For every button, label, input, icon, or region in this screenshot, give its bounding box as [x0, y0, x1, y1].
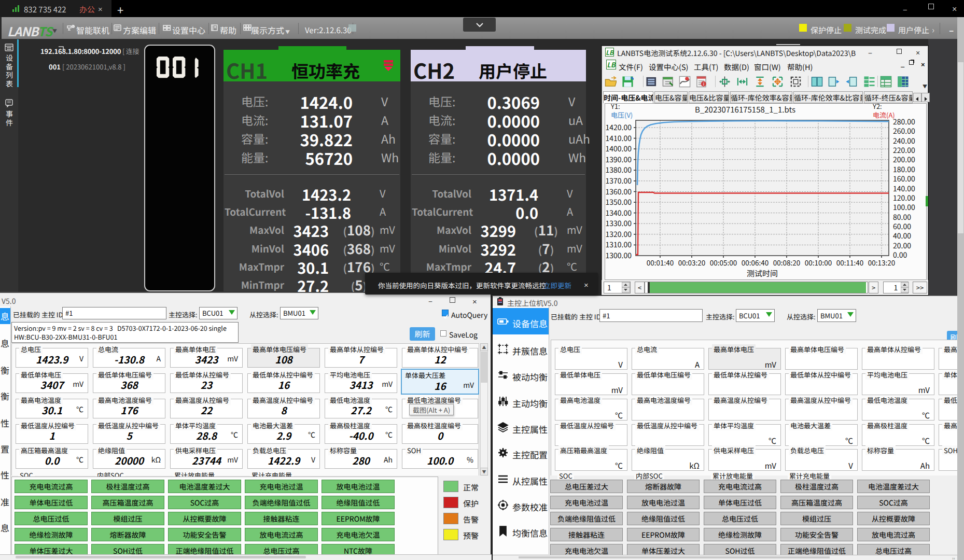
svg-text:1330.00: 1330.00 [605, 218, 632, 228]
svg-text:20.00: 20.00 [893, 240, 911, 250]
svg-text:00:08:20: 00:08:20 [773, 257, 800, 268]
svg-text:i: i [703, 80, 704, 87]
svg-text:1350.00: 1350.00 [605, 197, 632, 207]
svg-text:1340.00: 1340.00 [605, 207, 632, 218]
svg-text:280.00: 280.00 [893, 116, 915, 127]
svg-text:1370.00: 1370.00 [605, 175, 632, 186]
svg-text:40.00: 40.00 [893, 230, 911, 241]
svg-text:00:06:40: 00:06:40 [742, 257, 769, 268]
svg-text:120.00: 120.00 [893, 192, 915, 203]
svg-text:200.00: 200.00 [893, 154, 915, 164]
svg-text:220.00: 220.00 [893, 145, 915, 155]
svg-text:260.00: 260.00 [893, 125, 915, 136]
svg-text:00:11:40: 00:11:40 [836, 257, 863, 268]
svg-text:1320.00: 1320.00 [605, 229, 632, 239]
svg-text:1390.00: 1390.00 [605, 154, 632, 164]
svg-text:60.00: 60.00 [893, 221, 911, 231]
svg-text:1410.00: 1410.00 [605, 133, 632, 143]
svg-text:00:03:20: 00:03:20 [678, 257, 705, 268]
svg-text:00:10:00: 00:10:00 [805, 257, 832, 268]
svg-text:160.00: 160.00 [893, 173, 915, 184]
svg-text:100.00: 100.00 [893, 202, 915, 212]
svg-text:240.00: 240.00 [893, 135, 915, 146]
svg-text:电流(A): 电流(A) [873, 110, 895, 120]
svg-text:1300.00: 1300.00 [605, 250, 632, 260]
svg-text:1360.00: 1360.00 [605, 186, 632, 197]
svg-text:1380.00: 1380.00 [605, 164, 632, 175]
svg-text:电压(V): 电压(V) [611, 110, 633, 120]
svg-text:测试时间: 测试时间 [747, 268, 778, 278]
svg-text:00:13:20: 00:13:20 [868, 257, 895, 268]
svg-text:180.00: 180.00 [893, 164, 915, 174]
svg-text:1310.00: 1310.00 [605, 239, 632, 249]
svg-text:B_20230716175158_1_1.bts: B_20230716175158_1_1.bts [695, 104, 795, 115]
svg-text:80.00: 80.00 [893, 212, 911, 222]
svg-text:00:01:40: 00:01:40 [647, 257, 674, 268]
svg-text:1400.00: 1400.00 [605, 143, 632, 153]
svg-text:00:05:00: 00:05:00 [710, 257, 737, 268]
svg-text:140.00: 140.00 [893, 183, 915, 193]
svg-text:1420.00: 1420.00 [605, 122, 632, 132]
